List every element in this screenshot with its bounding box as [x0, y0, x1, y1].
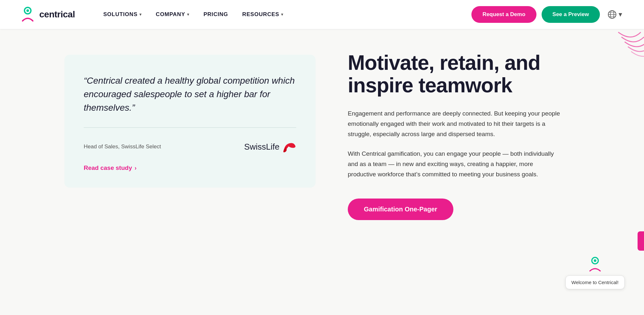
logo-icon	[19, 6, 36, 23]
arrow-right-icon: ›	[135, 165, 137, 171]
nav-links: SOLUTIONS ▾ COMPANY ▾ PRICING RESOURCES …	[98, 8, 472, 21]
chevron-down-icon: ▾	[619, 10, 622, 19]
page-content: “Centrical created a healthy global comp…	[0, 29, 644, 239]
nav-cta-area: Request a Demo See a Preview ▾	[471, 6, 625, 23]
svg-point-8	[594, 259, 596, 262]
chevron-down-icon: ▾	[187, 12, 189, 17]
swisslife-name: SwissLife	[244, 142, 279, 152]
globe-icon	[608, 10, 617, 19]
nav-solutions[interactable]: SOLUTIONS ▾	[98, 8, 147, 21]
request-demo-button[interactable]: Request a Demo	[471, 6, 536, 23]
main-content-area: Motivate, retain, and inspire teamwork E…	[348, 48, 580, 220]
chat-avatar-icon	[586, 255, 604, 273]
testimonial-divider	[84, 127, 296, 128]
chat-widget: Welcome to Centrical!	[565, 255, 625, 289]
nav-resources[interactable]: RESOURCES ▾	[236, 8, 289, 21]
chevron-down-icon: ▾	[281, 12, 283, 17]
main-paragraph-2: With Centrical gamification, you can eng…	[348, 149, 560, 180]
testimonial-author: Head of Sales, SwissLife Select	[84, 144, 161, 150]
logo-text: centrical	[39, 9, 75, 20]
testimonial-card: “Centrical created a healthy global comp…	[64, 55, 316, 188]
testimonial-bottom: Head of Sales, SwissLife Select SwissLif…	[84, 141, 296, 153]
main-heading: Motivate, retain, and inspire teamwork	[348, 51, 580, 97]
edge-feedback-button[interactable]	[638, 231, 644, 251]
swisslife-bird-icon	[282, 141, 296, 153]
language-selector[interactable]: ▾	[605, 7, 625, 22]
nav-company[interactable]: COMPANY ▾	[150, 8, 195, 21]
nav-pricing[interactable]: PRICING	[198, 8, 234, 21]
svg-point-1	[26, 9, 29, 12]
chat-welcome-bubble: Welcome to Centrical!	[565, 275, 625, 289]
main-paragraph-1: Engagement and performance are deeply co…	[348, 108, 560, 140]
see-preview-button[interactable]: See a Preview	[542, 6, 600, 23]
read-case-study-link[interactable]: Read case study ›	[84, 164, 296, 171]
gamification-one-pager-button[interactable]: Gamification One-Pager	[348, 199, 453, 220]
navbar: centrical SOLUTIONS ▾ COMPANY ▾ PRICING …	[0, 0, 644, 29]
logo-link[interactable]: centrical	[19, 6, 75, 23]
swisslife-logo: SwissLife	[244, 141, 296, 153]
chevron-down-icon: ▾	[139, 12, 142, 17]
testimonial-quote: “Centrical created a healthy global comp…	[84, 74, 296, 115]
